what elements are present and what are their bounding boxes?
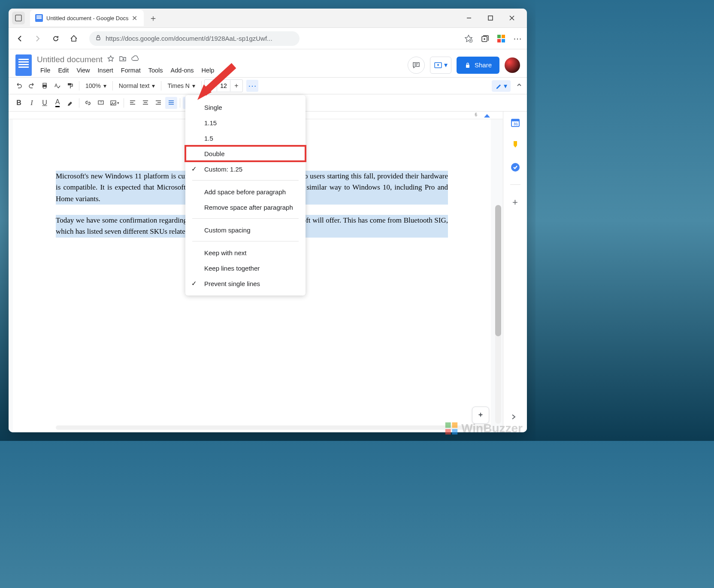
add-space-before[interactable]: Add space before paragraph	[185, 184, 306, 199]
line-spacing-custom-current[interactable]: ✓Custom: 1.25	[185, 161, 306, 177]
calendar-icon[interactable]: 31	[510, 118, 520, 128]
align-justify-button[interactable]	[165, 97, 177, 109]
line-spacing-menu: Single 1.15 1.5 Double ✓Custom: 1.25 Add…	[185, 95, 306, 296]
nav-forward-button[interactable]	[31, 32, 45, 45]
keep-icon[interactable]	[510, 140, 520, 150]
tasks-icon[interactable]	[510, 162, 520, 172]
svg-text:+: +	[100, 100, 102, 104]
menu-help[interactable]: Help	[198, 65, 218, 75]
menu-icon[interactable]: ⋯	[512, 33, 523, 44]
toolbar-primary: A 100%▾ Normal text▾ Times N▾ − 12 + ⋯ ▾	[9, 77, 527, 94]
more-tools-button[interactable]: ⋯	[246, 80, 258, 92]
text-color-button[interactable]: A	[51, 97, 64, 109]
address-bar[interactable]: https://docs.google.com/document/d/1928A…	[89, 31, 300, 46]
keep-with-next[interactable]: Keep with next	[185, 245, 306, 260]
tab-close-icon[interactable]: ✕	[132, 14, 139, 22]
prevent-single-lines[interactable]: ✓Prevent single lines	[185, 276, 306, 291]
lock-icon	[95, 35, 101, 42]
watermark: WinBuzzer	[444, 421, 523, 436]
collections-icon[interactable]	[480, 33, 490, 44]
align-right-button[interactable]	[152, 97, 164, 109]
extension-icon[interactable]	[496, 33, 506, 44]
window-maximize-button[interactable]	[484, 12, 497, 24]
menu-insert[interactable]: Insert	[94, 65, 117, 75]
style-select[interactable]: Normal text▾	[115, 82, 159, 89]
svg-rect-0	[15, 15, 21, 21]
svg-rect-22	[43, 87, 46, 88]
menubar: File Edit View Insert Format Tools Add-o…	[37, 65, 402, 75]
nav-home-button[interactable]	[67, 32, 81, 45]
svg-rect-14	[497, 39, 501, 42]
svg-rect-66	[445, 422, 451, 428]
svg-point-28	[112, 102, 113, 103]
custom-spacing[interactable]: Custom spacing	[185, 222, 306, 238]
editing-mode-button[interactable]: ▾	[492, 80, 511, 92]
menu-view[interactable]: View	[73, 65, 93, 75]
window-minimize-button[interactable]	[463, 12, 475, 24]
bold-button[interactable]: B	[13, 97, 25, 109]
favorite-icon[interactable]	[463, 33, 474, 44]
move-icon[interactable]	[119, 55, 127, 64]
menu-format[interactable]: Format	[118, 65, 144, 75]
menu-file[interactable]: File	[37, 65, 54, 75]
line-spacing-double[interactable]: Double	[185, 146, 306, 161]
window-close-button[interactable]	[505, 12, 518, 24]
line-spacing-115[interactable]: 1.15	[185, 115, 306, 130]
user-avatar[interactable]	[505, 57, 520, 73]
font-select[interactable]: Times N▾	[164, 82, 199, 89]
svg-rect-21	[43, 83, 46, 85]
font-size-dec-button[interactable]: −	[205, 80, 217, 92]
docs-logo-icon[interactable]	[15, 54, 32, 76]
link-button[interactable]	[82, 97, 94, 109]
line-spacing-15[interactable]: 1.5	[185, 130, 306, 146]
underline-button[interactable]: U	[39, 97, 51, 109]
line-spacing-single[interactable]: Single	[185, 100, 306, 115]
side-panel: 31 +	[503, 112, 527, 432]
font-size-control: − 12 +	[204, 79, 243, 92]
svg-rect-24	[68, 83, 71, 85]
svg-rect-19	[466, 65, 469, 68]
tab-overview-button[interactable]	[12, 12, 25, 24]
zoom-select[interactable]: 100%▾	[82, 82, 110, 89]
italic-button[interactable]: I	[26, 97, 38, 109]
doc-title[interactable]: Untitled document	[37, 55, 103, 64]
menu-addons[interactable]: Add-ons	[167, 65, 197, 75]
share-label: Share	[475, 61, 492, 69]
redo-button[interactable]	[26, 80, 38, 92]
docs-favicon	[35, 14, 43, 22]
spellcheck-button[interactable]: A	[51, 80, 64, 92]
star-icon[interactable]	[107, 55, 115, 64]
present-button[interactable]: ▾	[430, 57, 451, 74]
font-size-input[interactable]: 12	[217, 80, 230, 91]
docs-header: Untitled document File Edit View Insert …	[9, 49, 527, 77]
add-panel-icon[interactable]: +	[510, 197, 520, 207]
nav-reload-button[interactable]	[49, 32, 63, 45]
share-button[interactable]: Share	[457, 57, 499, 74]
svg-rect-67	[452, 422, 458, 428]
align-center-button[interactable]	[139, 97, 151, 109]
comments-button[interactable]	[408, 57, 425, 74]
menu-tools[interactable]: Tools	[145, 65, 166, 75]
keep-lines-together[interactable]: Keep lines together	[185, 260, 306, 276]
font-size-inc-button[interactable]: +	[230, 80, 242, 92]
browser-tab[interactable]: Untitled document - Google Docs ✕	[30, 10, 144, 26]
undo-button[interactable]	[13, 80, 25, 92]
highlight-button[interactable]	[64, 97, 76, 109]
collapse-toolbar-button[interactable]	[516, 81, 523, 90]
nav-back-button[interactable]	[13, 32, 27, 45]
svg-rect-12	[497, 35, 501, 38]
image-button[interactable]: ▾	[108, 97, 121, 109]
addressbar-row: https://docs.google.com/document/d/1928A…	[9, 28, 527, 49]
cloud-status-icon[interactable]	[131, 55, 139, 64]
svg-rect-15	[502, 39, 505, 42]
comment-button[interactable]: +	[95, 97, 107, 109]
new-tab-button[interactable]: ＋	[147, 12, 159, 24]
menu-edit[interactable]: Edit	[54, 65, 72, 75]
check-icon: ✓	[191, 165, 197, 173]
horizontal-scrollbar[interactable]	[56, 425, 488, 430]
paint-format-button[interactable]	[64, 80, 76, 92]
vertical-scrollbar[interactable]	[495, 205, 501, 424]
align-left-button[interactable]	[127, 97, 139, 109]
print-button[interactable]	[39, 80, 51, 92]
remove-space-after[interactable]: Remove space after paragraph	[185, 199, 306, 215]
